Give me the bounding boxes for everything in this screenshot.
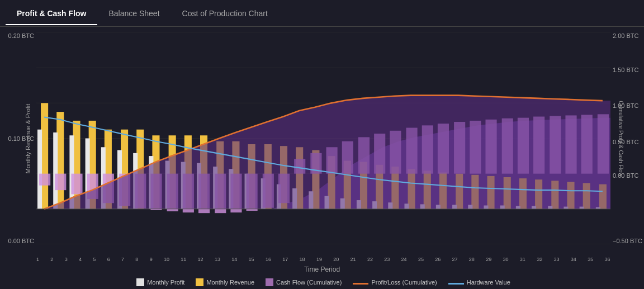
x-tick-6: 6 [107, 257, 110, 262]
x-tick-36: 36 [604, 257, 610, 262]
x-tick-1: 1 [36, 257, 39, 262]
app-container: Profit & Cash Flow Balance Sheet Cost of… [0, 0, 644, 289]
x-tick-28: 28 [469, 257, 475, 262]
x-tick-24: 24 [401, 257, 407, 262]
x-tick-16: 16 [266, 257, 271, 262]
bar-profit-1 [37, 130, 42, 209]
x-tick-10: 10 [164, 257, 169, 262]
legend-color-cash-flow [266, 278, 273, 286]
legend-monthly-profit: Monthly Profit [136, 278, 184, 286]
chart-svg-container [36, 32, 610, 244]
bar-cashflow-2 [55, 174, 66, 190]
y-tick-1btc: 1.00 BTC [613, 102, 638, 109]
y-tick-0btc: 0.00 BTC [613, 172, 638, 179]
x-tick-3: 3 [65, 257, 68, 262]
x-tick-27: 27 [452, 257, 458, 262]
legend-line-profit-loss [353, 283, 368, 285]
legend-color-monthly-profit [136, 278, 144, 286]
x-tick-12: 12 [198, 257, 203, 262]
x-tick-33: 33 [554, 257, 560, 262]
tab-bar: Profit & Cash Flow Balance Sheet Cost of… [0, 0, 644, 27]
cumulative-profit-area [44, 96, 610, 209]
x-tick-11: 11 [181, 257, 186, 262]
legend-cash-flow: Cash Flow (Cumulative) [266, 278, 342, 286]
x-tick-2: 2 [50, 257, 53, 262]
x-tick-20: 20 [333, 257, 339, 262]
x-tick-13: 13 [215, 257, 220, 262]
x-tick-32: 32 [537, 257, 542, 262]
x-tick-26: 26 [435, 257, 441, 262]
x-tick-8: 8 [135, 257, 138, 262]
y-tick-0.5btc: 0.50 BTC [613, 139, 638, 145]
x-tick-34: 34 [571, 257, 576, 262]
x-tick-29: 29 [486, 257, 491, 262]
tab-profit-cash[interactable]: Profit & Cash Flow [6, 2, 97, 25]
y-tick-top-left: 0.20 BTC [8, 32, 34, 39]
x-tick-18: 18 [300, 257, 305, 262]
legend-label-monthly-revenue: Monthly Revenue [206, 279, 254, 286]
x-tick-7: 7 [121, 257, 124, 262]
y-tick-mid-left: 0.10 BTC [8, 135, 34, 142]
bar-profit-2 [53, 132, 58, 209]
legend-label-cash-flow: Cash Flow (Cumulative) [276, 279, 342, 286]
x-tick-19: 19 [316, 257, 322, 262]
x-tick-17: 17 [282, 257, 288, 262]
x-tick-4: 4 [79, 257, 82, 262]
legend-color-monthly-revenue [196, 278, 203, 286]
x-tick-30: 30 [503, 257, 509, 262]
y-tick-bot-left: 0.00 BTC [8, 238, 34, 244]
y-tick-neg0.5btc: −0.50 BTC [613, 238, 642, 244]
chart-legend: Monthly Profit Monthly Revenue Cash Flow… [36, 278, 610, 286]
main-chart-svg [36, 32, 610, 244]
x-axis-labels: 1 2 3 4 5 6 7 8 9 10 11 12 13 14 15 16 1… [36, 257, 610, 262]
legend-monthly-revenue: Monthly Revenue [196, 278, 254, 286]
bar-cashflow-1 [39, 174, 50, 186]
legend-hardware-value: Hardware Value [448, 279, 510, 286]
chart-area: Monthly Revenue & Profit 0.20 BTC 0.10 B… [0, 27, 644, 289]
legend-label-monthly-profit: Monthly Profit [147, 279, 184, 286]
y-tick-2btc: 2.00 BTC [613, 32, 638, 39]
legend-label-profit-loss: Profit/Loss (Cumulative) [371, 279, 437, 286]
x-tick-14: 14 [231, 257, 237, 262]
tab-cost-production[interactable]: Cost of Production Chart [171, 2, 279, 25]
x-tick-9: 9 [150, 257, 153, 262]
x-tick-22: 22 [367, 257, 373, 262]
x-tick-23: 23 [384, 257, 390, 262]
tab-balance-sheet[interactable]: Balance Sheet [97, 2, 171, 25]
x-tick-15: 15 [249, 257, 254, 262]
legend-label-hardware-value: Hardware Value [467, 279, 510, 286]
x-axis-label: Time Period [304, 266, 340, 273]
y-tick-1.5btc: 1.50 BTC [613, 67, 638, 73]
legend-profit-loss: Profit/Loss (Cumulative) [353, 279, 437, 286]
bar-cashflow-3 [71, 174, 82, 195]
x-tick-35: 35 [588, 257, 593, 262]
x-tick-5: 5 [93, 257, 96, 262]
x-tick-21: 21 [351, 257, 356, 262]
legend-line-hardware-value [448, 283, 464, 285]
x-tick-25: 25 [418, 257, 424, 262]
x-tick-31: 31 [520, 257, 525, 262]
